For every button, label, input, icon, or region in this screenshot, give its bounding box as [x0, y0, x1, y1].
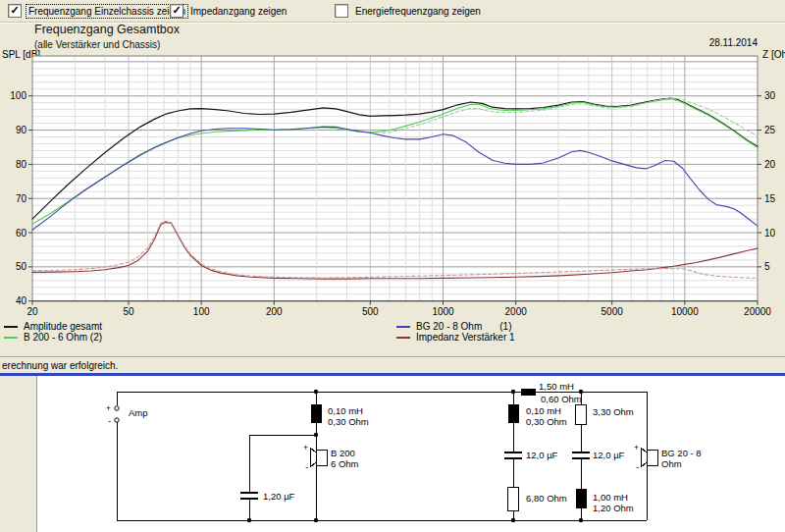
svg-text:0,10 mH: 0,10 mH: [526, 405, 561, 416]
x-tick-label: 5000: [602, 306, 624, 317]
y-left-tick-label: 50: [16, 261, 27, 272]
circuit-wires: [117, 392, 647, 520]
x-tick-label: 500: [362, 306, 379, 317]
amp-minus-terminal: -: [108, 416, 111, 426]
svg-text:1,20 Ohm: 1,20 Ohm: [593, 503, 634, 513]
amplifier-symbol[interactable]: + - Amp: [106, 403, 148, 426]
svg-text:Ohm: Ohm: [661, 458, 682, 469]
y-left-tick-label: 40: [16, 295, 27, 306]
frequency-response-plot: 2050100200500100020005000100002000040506…: [0, 0, 785, 355]
x-tick-label: 1000: [432, 306, 454, 317]
svg-text:12,0 µF: 12,0 µF: [526, 450, 558, 460]
svg-text:1,20 µF: 1,20 µF: [263, 491, 295, 502]
y-left-tick-label: 70: [16, 193, 27, 204]
y-left-tick-label: 80: [16, 159, 27, 170]
x-tick-label: 20000: [744, 306, 771, 317]
svg-text:0,60 Ohm: 0,60 Ohm: [541, 394, 582, 404]
y-right-tick-label: 25: [764, 125, 776, 135]
speaker-plus: +: [634, 443, 639, 452]
svg-text:1,50 mH: 1,50 mH: [539, 381, 574, 392]
inductor-branch2[interactable]: 1,00 mH 1,20 Ohm: [576, 489, 634, 513]
legend-item-impedanz: Impedanz Verstärker 1: [396, 332, 515, 343]
resistor-branch2[interactable]: 3,30 Ohm: [576, 404, 634, 424]
boxsim-simulation-window: { "toolbar": { "check_glyph": "✓", "chec…: [0, 0, 785, 532]
legend-item-suffix: (1): [499, 321, 511, 332]
speaker-plus: +: [303, 443, 308, 452]
inductor-series-b200[interactable]: 0,10 mH 0,30 Ohm: [311, 404, 369, 427]
svg-text:0,30 Ohm: 0,30 Ohm: [526, 416, 567, 427]
crossover-circuit-diagram: + - Amp 0,10 mH 0,30 Ohm + - B 200 6 Ohm…: [0, 376, 785, 532]
amp-label: Amp: [129, 407, 148, 418]
y-right-tick-label: 15: [764, 193, 776, 204]
svg-text:12,0 µF: 12,0 µF: [593, 450, 625, 460]
svg-text:0,30 Ohm: 0,30 Ohm: [328, 416, 369, 427]
plot-area: [32, 56, 758, 301]
legend-line-swatch: [4, 337, 18, 339]
y-right-tick-label: 30: [764, 90, 776, 101]
speaker-minus: -: [305, 462, 308, 472]
y-left-tick-label: 90: [16, 125, 27, 135]
y-right-tick-label: 20: [764, 159, 776, 170]
inductor-branch1[interactable]: 0,10 mH 0,30 Ohm: [508, 404, 567, 427]
capacitor-branch2[interactable]: 12,0 µF: [572, 450, 625, 460]
legend-item-amplitude-gesamt: Amplitude gesamt: [4, 321, 102, 332]
legend-item-b200: B 200 - 6 Ohm (2): [4, 332, 102, 343]
svg-text:BG 20 - 8: BG 20 - 8: [661, 448, 702, 458]
status-bar-divider: [0, 356, 785, 358]
status-bar-text: erechnung war erfolgreich.: [2, 360, 118, 371]
y-right-tick-label: 10: [764, 228, 776, 239]
speaker-bg20-symbol[interactable]: + - BG 20 - 8 Ohm: [634, 443, 702, 472]
legend-line-swatch: [396, 326, 410, 328]
y-right-tick-label: 5: [764, 261, 770, 272]
amp-plus-terminal: +: [106, 403, 111, 413]
x-tick-label: 50: [123, 306, 134, 317]
svg-text:6,80 Ohm: 6,80 Ohm: [526, 493, 567, 504]
legend-item-bg20: BG 20 - 8 Ohm(1): [396, 321, 511, 332]
x-tick-label: 2000: [505, 306, 528, 317]
svg-text:3,30 Ohm: 3,30 Ohm: [593, 406, 634, 417]
legend-line-swatch: [4, 326, 18, 328]
x-tick-label: 200: [266, 306, 283, 317]
x-tick-label: 20: [26, 306, 38, 317]
svg-text:0,10 mH: 0,10 mH: [328, 405, 363, 416]
speaker-minus: -: [636, 462, 639, 472]
legend-line-swatch: [396, 337, 410, 339]
svg-text:B 200: B 200: [331, 448, 355, 458]
speaker-b200-symbol[interactable]: + - B 200 6 Ohm: [303, 443, 359, 472]
resistor-branch1[interactable]: 6,80 Ohm: [508, 487, 567, 510]
svg-text:6 Ohm: 6 Ohm: [331, 458, 359, 469]
svg-text:1,00 mH: 1,00 mH: [593, 492, 628, 503]
y-left-tick-label: 60: [16, 228, 27, 239]
inductor-top-series[interactable]: 1,50 mH 0,60 Ohm: [521, 381, 582, 404]
x-tick-label: 10000: [671, 306, 699, 317]
capacitor-shunt[interactable]: 1,20 µF: [240, 491, 295, 502]
capacitor-branch1[interactable]: 12,0 µF: [504, 450, 558, 460]
y-left-tick-label: 100: [10, 90, 26, 101]
x-tick-label: 100: [193, 306, 210, 317]
